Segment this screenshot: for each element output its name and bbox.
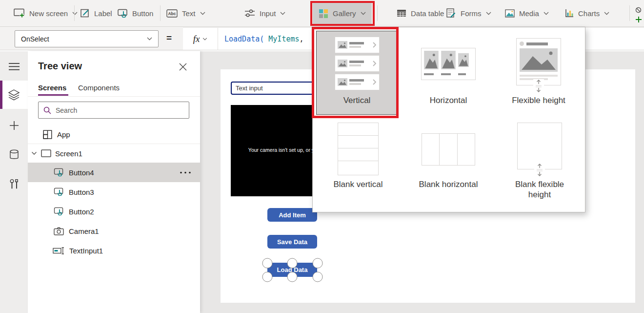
selection-handle-bottom-center[interactable]	[287, 272, 298, 282]
overflow-menu-button[interactable]	[180, 171, 191, 174]
blank-vertical-preview	[338, 123, 379, 175]
screen-icon	[41, 149, 51, 157]
vertical-gallery-preview	[335, 37, 380, 90]
gallery-option-label: Blank vertical	[333, 179, 382, 189]
button-button[interactable]: Button	[118, 0, 153, 26]
fx-label: fx	[193, 34, 200, 44]
save-data-button-control[interactable]: Save Data	[267, 235, 317, 249]
tree-item-button2[interactable]: Button2	[28, 202, 200, 221]
gallery-option-blank-horizontal[interactable]: Blank horizontal	[403, 119, 494, 206]
media-icon	[505, 9, 515, 18]
close-tree-view-button[interactable]	[178, 62, 188, 72]
fx-dropdown[interactable]: fx	[183, 28, 218, 50]
selection-handle-bottom-right[interactable]	[313, 272, 323, 282]
advanced-tools-rail-button[interactable]	[0, 170, 28, 198]
insert-rail-button[interactable]	[0, 111, 28, 140]
close-icon	[179, 63, 187, 71]
blank-flexible-height-preview	[517, 123, 562, 169]
tree-view-panel: Tree view Screens Components App Screen1	[28, 51, 200, 313]
data-rail-button[interactable]	[0, 141, 28, 169]
tab-components[interactable]: Components	[78, 83, 120, 92]
text-button[interactable]: Abc Text	[166, 0, 205, 26]
formula-input[interactable]: LoadData( MyItems,	[224, 28, 304, 50]
advanced-tools-icon	[9, 179, 20, 189]
tree-item-camera1[interactable]: Camera1	[28, 221, 200, 241]
data-table-icon	[397, 9, 406, 18]
selection-handle-top-right[interactable]	[313, 258, 323, 269]
data-sources-icon	[9, 149, 19, 160]
insert-plus-icon	[9, 121, 19, 130]
chevron-right-icon	[373, 42, 377, 48]
tab-screens[interactable]: Screens	[38, 83, 66, 92]
add-item-button-control[interactable]: Add Item	[267, 208, 317, 222]
gallery-option-blank-vertical[interactable]: Blank vertical	[313, 119, 403, 206]
forms-label: Forms	[461, 9, 482, 18]
menu-button[interactable]	[0, 52, 28, 81]
formula-function: LoadData(	[224, 35, 264, 43]
gallery-dropdown-menu: Vertical Horizontal Flexible height	[312, 27, 585, 212]
formula-argument: MyItems	[264, 35, 299, 43]
insert-toolbar: New screen Label Button Abc Text	[0, 0, 644, 27]
input-icon	[244, 9, 255, 18]
tree-view-icon	[8, 89, 20, 101]
new-screen-icon	[14, 8, 25, 18]
thumbnail-icon	[338, 78, 347, 86]
app-icon	[43, 130, 52, 139]
thumbnail-icon	[338, 60, 347, 67]
tree-item-button3[interactable]: Button3	[28, 182, 200, 202]
thumbnail-icon	[520, 48, 558, 72]
gallery-option-flexible-height[interactable]: Flexible height	[493, 31, 584, 115]
tree-item-screen1[interactable]: Screen1	[28, 144, 200, 163]
camera-icon	[54, 227, 64, 235]
property-selector[interactable]: OnSelect	[15, 30, 159, 47]
menu-icon	[9, 63, 20, 70]
toolbar-divider	[377, 5, 378, 21]
gallery-option-label: Blank flexible height	[509, 179, 570, 200]
button-control-icon	[54, 188, 64, 196]
tree-item-label: Button3	[69, 188, 94, 196]
tree-item-textinput1[interactable]: TextInput1	[28, 241, 200, 260]
selection-handle-top-left[interactable]	[262, 258, 273, 269]
divider	[28, 96, 200, 97]
charts-button[interactable]: Charts	[565, 0, 609, 26]
gallery-button[interactable]: Gallery	[313, 2, 372, 25]
property-selector-value: OnSelect	[21, 35, 49, 43]
data-table-label: Data table	[411, 9, 444, 18]
input-label: Input	[260, 9, 276, 18]
flexible-height-gallery-preview	[516, 38, 561, 85]
search-input[interactable]	[56, 106, 173, 114]
new-screen-button[interactable]: New screen	[14, 0, 78, 26]
tree-view-rail-button[interactable]	[0, 81, 28, 109]
gallery-label: Gallery	[333, 9, 356, 18]
gallery-option-horizontal[interactable]: Horizontal	[403, 31, 494, 115]
blank-horizontal-preview	[422, 133, 475, 166]
selection-handle-top-center[interactable]	[287, 258, 298, 269]
forms-button[interactable]: Forms	[446, 0, 491, 26]
tree-item-button4[interactable]: Button4	[28, 163, 200, 182]
button-control-icon	[54, 207, 64, 216]
gallery-option-vertical[interactable]: Vertical	[316, 31, 398, 115]
chevron-down-icon	[543, 12, 549, 15]
selection-handle-bottom-left[interactable]	[262, 272, 273, 282]
search-icon	[43, 106, 51, 114]
equals-sign: =	[166, 33, 172, 43]
thumbnail-icon	[424, 51, 439, 69]
chevron-down-icon	[72, 12, 78, 15]
plus-icon	[635, 16, 642, 23]
blocked-button-partial[interactable]	[635, 7, 642, 23]
data-table-button[interactable]: Data table	[397, 0, 444, 26]
chevron-down-icon	[486, 12, 491, 15]
button-label: Button	[132, 9, 153, 18]
tree-search[interactable]	[38, 102, 189, 119]
label-button[interactable]: Label	[80, 0, 112, 26]
gallery-option-blank-flexible-height[interactable]: Blank flexible height	[493, 119, 586, 212]
input-button[interactable]: Input	[244, 0, 285, 26]
tree-item-app[interactable]: App	[28, 125, 200, 144]
media-button[interactable]: Media	[505, 0, 549, 26]
chevron-down-icon	[604, 12, 609, 15]
chevron-down-icon	[147, 37, 152, 41]
active-rail-indicator	[0, 81, 2, 109]
gallery-option-label: Horizontal	[430, 95, 467, 105]
chevron-down-icon	[361, 12, 366, 15]
chevron-down-icon	[31, 151, 37, 155]
